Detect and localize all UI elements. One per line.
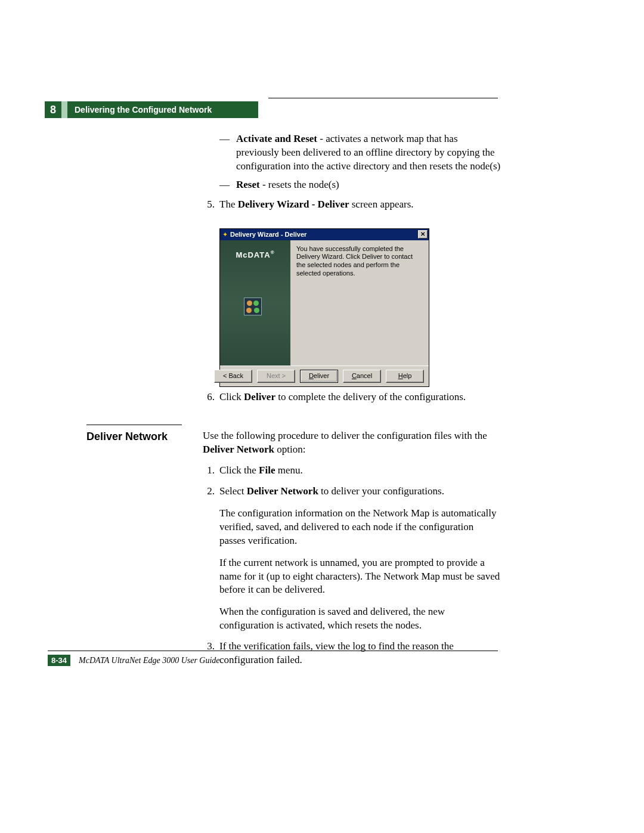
list-item: 5. The Delivery Wizard - Deliver screen … — [203, 198, 501, 212]
section-intro: Use the following procedure to deliver t… — [203, 429, 501, 457]
text: menu. — [275, 465, 303, 476]
section-body: Use the following procedure to deliver t… — [203, 429, 501, 667]
dialog-body: McDATA® You have successfully completed … — [220, 240, 429, 366]
step-number: 6. — [203, 391, 219, 404]
delivery-wizard-dialog: ✦ Delivery Wizard - Deliver ✕ McDATA® Yo… — [219, 228, 429, 387]
dialog-message: You have successfully completed the Deli… — [290, 240, 429, 366]
text: The — [219, 199, 238, 210]
step-text: Select Deliver Network to deliver your c… — [219, 485, 501, 633]
cancel-button[interactable]: Cancel — [343, 370, 381, 383]
brand-logo: McDATA® — [220, 250, 290, 261]
list-item: 2. Select Deliver Network to deliver you… — [203, 485, 501, 633]
dash-marker: — — [219, 178, 236, 192]
list-item: 6. Click Deliver to complete the deliver… — [203, 391, 501, 404]
list-item: 1. Click the File menu. — [203, 464, 501, 478]
trademark-icon: ® — [271, 250, 275, 255]
numbered-list: 5. The Delivery Wizard - Deliver screen … — [203, 198, 501, 212]
guide-title: McDATA UltraNet Edge 3000 User Guide — [79, 656, 220, 665]
step-text: Click the File menu. — [219, 464, 501, 478]
list-item: — Activate and Reset - activates a netwo… — [219, 132, 501, 174]
bullet-text: - resets the node(s) — [260, 179, 339, 190]
paragraph: If the current network is unnamed, you a… — [219, 556, 501, 597]
sub-bullet-list: — Activate and Reset - activates a netwo… — [219, 132, 501, 192]
text: Click — [219, 391, 244, 402]
dialog-button-row: < Back Next > Deliver Cancel Help — [220, 366, 429, 386]
text: ancel — [357, 371, 372, 380]
page-footer: 8-34 McDATA UltraNet Edge 3000 User Guid… — [48, 651, 498, 666]
step-text: Click Deliver to complete the delivery o… — [219, 391, 501, 404]
section-rule — [86, 425, 182, 425]
accel-char: D — [309, 371, 314, 380]
step-number: 5. — [203, 198, 219, 212]
section: Deliver Network Use the following proced… — [86, 429, 501, 667]
content-column: — Activate and Reset - activates a netwo… — [203, 132, 501, 404]
list-item-text: Reset - resets the node(s) — [236, 178, 339, 192]
brand-text: McDATA — [236, 250, 270, 259]
list-item-text: Activate and Reset - activates a network… — [236, 132, 501, 174]
text-bold: Deliver Network — [203, 444, 274, 455]
close-icon[interactable]: ✕ — [418, 230, 428, 239]
text-bold: Deliver Network — [247, 485, 318, 497]
paragraph: The configuration information on the Net… — [219, 507, 501, 548]
page-number-badge: 8-34 — [48, 655, 70, 666]
list-item: — Reset - resets the node(s) — [219, 178, 501, 192]
text-bold: File — [259, 465, 275, 476]
dialog-sidebar: McDATA® — [220, 240, 290, 366]
step-text: The Delivery Wizard - Deliver screen app… — [219, 198, 501, 212]
text: to complete the delivery of the configur… — [275, 391, 466, 402]
bullet-label: Reset — [236, 179, 260, 190]
text-bold: Deliver — [244, 391, 275, 402]
chapter-number-badge: 8 — [45, 101, 61, 118]
deliver-button[interactable]: Deliver — [300, 370, 338, 383]
text-bold: Delivery Wizard - Deliver — [238, 199, 349, 210]
top-rule — [268, 98, 498, 98]
paragraph: When the configuration is saved and deli… — [219, 605, 501, 633]
app-icon: ✦ — [222, 230, 228, 239]
chapter-number-tail — [61, 101, 67, 118]
text: Use the following procedure to deliver t… — [203, 430, 487, 441]
text: eliver — [314, 371, 329, 380]
text: screen appears. — [349, 199, 413, 210]
dialog-title: Delivery Wizard - Deliver — [230, 230, 418, 239]
accel-char: H — [398, 371, 403, 380]
back-button[interactable]: < Back — [214, 370, 252, 383]
text: Select — [219, 485, 247, 497]
step-number: 2. — [203, 485, 219, 633]
section-heading: Deliver Network — [86, 429, 203, 667]
bullet-label: Activate and Reset — [236, 133, 317, 144]
dialog-titlebar: ✦ Delivery Wizard - Deliver ✕ — [220, 229, 429, 240]
dash-marker: — — [219, 132, 236, 174]
network-icon — [244, 298, 262, 315]
step-number: 1. — [203, 464, 219, 478]
chapter-title: Delivering the Configured Network — [67, 101, 258, 118]
accel-char: C — [352, 371, 357, 380]
next-button[interactable]: Next > — [257, 370, 295, 383]
chapter-header: 8 Delivering the Configured Network — [45, 101, 258, 118]
text: option: — [274, 444, 305, 455]
text: Click the — [219, 465, 259, 476]
numbered-list: 6. Click Deliver to complete the deliver… — [203, 391, 501, 404]
text: to deliver your configurations. — [318, 485, 444, 497]
text: elp — [403, 371, 412, 380]
page: 8 Delivering the Configured Network — Ac… — [0, 0, 644, 833]
help-button[interactable]: Help — [386, 370, 424, 383]
